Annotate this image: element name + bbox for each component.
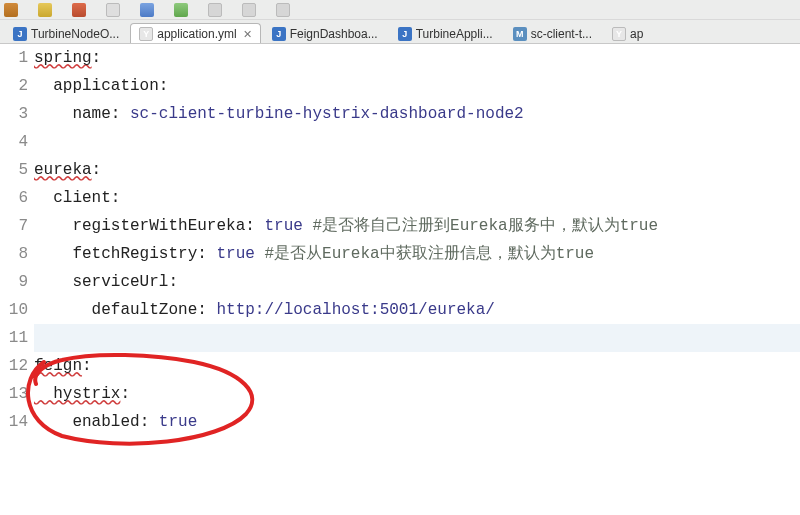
code-token-colon: : xyxy=(245,217,264,235)
toolbar-icon[interactable] xyxy=(276,3,290,17)
editor-tab-label: TurbineAppli... xyxy=(416,27,493,41)
code-token-colon: : xyxy=(82,357,92,375)
editor-tab-label: sc-client-t... xyxy=(531,27,592,41)
toolbar-icon[interactable] xyxy=(140,3,154,17)
code-token-colon: : xyxy=(120,385,130,403)
line-number: 4 xyxy=(0,128,28,156)
java-file-icon: J xyxy=(272,27,286,41)
code-token-key: name xyxy=(34,105,111,123)
code-line[interactable]: serviceUrl: xyxy=(34,268,800,296)
code-token-key: hystrix xyxy=(34,385,120,403)
line-number: 10 xyxy=(0,296,28,324)
line-number: 14 xyxy=(0,408,28,436)
editor-tab-label: FeignDashboa... xyxy=(290,27,378,41)
code-editor[interactable]: 1234567891011121314 spring: application:… xyxy=(0,44,800,515)
java-file-icon: J xyxy=(398,27,412,41)
code-token-bool: true xyxy=(159,413,197,431)
code-token-key: registerWithEureka xyxy=(34,217,245,235)
line-number: 1 xyxy=(0,44,28,72)
line-number: 12 xyxy=(0,352,28,380)
line-number: 2 xyxy=(0,72,28,100)
editor-tab[interactable]: Yapplication.yml✕ xyxy=(130,23,260,44)
editor-tab-label: ap xyxy=(630,27,643,41)
code-line[interactable]: feign: xyxy=(34,352,800,380)
code-token-colon: : xyxy=(168,273,178,291)
code-token-comment: #是否从Eureka中获取注册信息，默认为true xyxy=(255,245,594,263)
yaml-file-icon: Y xyxy=(139,27,153,41)
code-token-key: enabled xyxy=(34,413,140,431)
yaml-file-icon: Y xyxy=(612,27,626,41)
code-token-key: feign xyxy=(34,357,82,375)
code-token-colon: : xyxy=(92,49,102,67)
code-line[interactable]: hystrix: xyxy=(34,380,800,408)
code-line[interactable]: name: sc-client-turbine-hystrix-dashboar… xyxy=(34,100,800,128)
line-number: 3 xyxy=(0,100,28,128)
editor-tab-label: application.yml xyxy=(157,27,236,41)
code-token-colon: : xyxy=(159,77,169,95)
editor-tab[interactable]: Msc-client-t... xyxy=(504,23,601,44)
code-token-colon: : xyxy=(140,413,159,431)
maven-file-icon: M xyxy=(513,27,527,41)
code-token-str: sc-client-turbine-hystrix-dashboard-node… xyxy=(130,105,524,123)
line-number: 8 xyxy=(0,240,28,268)
line-number: 13 xyxy=(0,380,28,408)
editor-tab[interactable]: JTurbineAppli... xyxy=(389,23,502,44)
code-token-bool: true xyxy=(264,217,302,235)
code-token-key: client xyxy=(34,189,111,207)
line-number: 7 xyxy=(0,212,28,240)
code-token-key: eureka xyxy=(34,161,92,179)
close-icon[interactable]: ✕ xyxy=(243,28,252,41)
toolbar-icon[interactable] xyxy=(208,3,222,17)
code-token-colon: : xyxy=(111,189,121,207)
toolbar-icon[interactable] xyxy=(242,3,256,17)
line-number-gutter: 1234567891011121314 xyxy=(0,44,32,515)
code-line[interactable]: eureka: xyxy=(34,156,800,184)
code-line[interactable] xyxy=(34,128,800,156)
code-token-key: serviceUrl xyxy=(34,273,168,291)
code-token-colon: : xyxy=(197,301,216,319)
code-line[interactable]: application: xyxy=(34,72,800,100)
code-token-bool: true xyxy=(216,245,254,263)
toolbar-icon[interactable] xyxy=(174,3,188,17)
code-token-key: application xyxy=(34,77,159,95)
toolbar-icon[interactable] xyxy=(4,3,18,17)
line-number: 11 xyxy=(0,324,28,352)
code-line[interactable]: fetchRegistry: true #是否从Eureka中获取注册信息，默认… xyxy=(34,240,800,268)
code-line[interactable]: enabled: true xyxy=(34,408,800,436)
line-number: 6 xyxy=(0,184,28,212)
editor-tab[interactable]: JTurbineNodeO... xyxy=(4,23,128,44)
toolbar-icon[interactable] xyxy=(106,3,120,17)
editor-tab[interactable]: Yap xyxy=(603,23,652,44)
java-file-icon: J xyxy=(13,27,27,41)
code-token-key: defaultZone xyxy=(34,301,197,319)
code-token-colon: : xyxy=(197,245,216,263)
code-token-str: http://localhost:5001/eureka/ xyxy=(216,301,494,319)
ide-toolbar xyxy=(0,0,800,20)
line-number: 5 xyxy=(0,156,28,184)
code-line[interactable]: registerWithEureka: true #是否将自己注册到Eureka… xyxy=(34,212,800,240)
code-line[interactable]: defaultZone: http://localhost:5001/eurek… xyxy=(34,296,800,324)
code-area[interactable]: spring: application: name: sc-client-tur… xyxy=(32,44,800,515)
code-token-colon: : xyxy=(111,105,130,123)
code-token-colon: : xyxy=(92,161,102,179)
code-line[interactable] xyxy=(34,324,800,352)
editor-tabbar: JTurbineNodeO...Yapplication.yml✕JFeignD… xyxy=(0,20,800,44)
code-token-comment: #是否将自己注册到Eureka服务中，默认为true xyxy=(303,217,658,235)
line-number: 9 xyxy=(0,268,28,296)
toolbar-icon[interactable] xyxy=(38,3,52,17)
toolbar-icon[interactable] xyxy=(72,3,86,17)
code-token-key: fetchRegistry xyxy=(34,245,197,263)
editor-tab-label: TurbineNodeO... xyxy=(31,27,119,41)
editor-tab[interactable]: JFeignDashboa... xyxy=(263,23,387,44)
code-line[interactable]: client: xyxy=(34,184,800,212)
code-line[interactable]: spring: xyxy=(34,44,800,72)
code-token-key: spring xyxy=(34,49,92,67)
